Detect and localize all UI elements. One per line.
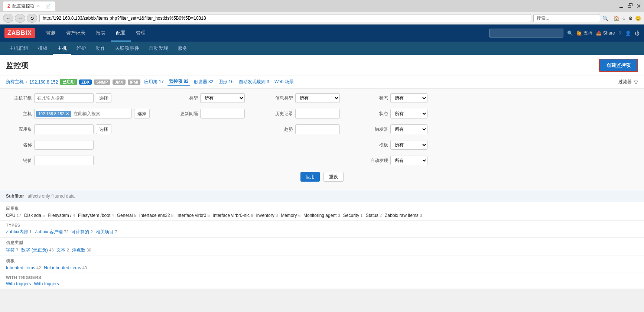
- name-input[interactable]: [34, 140, 94, 150]
- tab-items[interactable]: 监控项 82: [167, 78, 190, 86]
- history-label: 历史记录: [267, 111, 293, 117]
- host-ip-link[interactable]: 192.168.8.152: [29, 79, 58, 85]
- back-button[interactable]: ←: [3, 14, 13, 23]
- list-item[interactable]: Not inherited items 40: [44, 265, 87, 270]
- list-item[interactable]: Zabbix raw items 3: [385, 213, 422, 218]
- host-select-btn[interactable]: 选择: [134, 109, 150, 118]
- nav-item-monitor[interactable]: 监测: [41, 25, 61, 42]
- trigger-label: 触发器: [362, 126, 388, 133]
- list-item[interactable]: Interface ens32 8: [139, 213, 173, 218]
- interval-input[interactable]: [200, 109, 245, 118]
- home-icon[interactable]: 🏠: [614, 16, 619, 21]
- reload-button[interactable]: ↻: [27, 14, 37, 23]
- breadcrumb-sep1: /: [26, 79, 27, 85]
- trigger-select[interactable]: 所有: [390, 124, 427, 134]
- hostgroup-select-btn[interactable]: 选择: [96, 93, 111, 103]
- appset-select-btn[interactable]: 选择: [96, 124, 111, 134]
- subnav-template[interactable]: 模板: [33, 42, 52, 55]
- filter-row-type: 类型 所有: [172, 93, 245, 103]
- subnav-maintenance[interactable]: 维护: [72, 42, 91, 55]
- tab-graphs[interactable]: 图形 16: [217, 78, 235, 86]
- create-item-button[interactable]: 创建监控项: [599, 59, 638, 72]
- apply-button[interactable]: 应用: [300, 172, 320, 182]
- user-icon[interactable]: 👤: [625, 30, 631, 36]
- subnav-service[interactable]: 服务: [173, 42, 192, 55]
- subnav-action[interactable]: 动作: [91, 42, 110, 55]
- type-select[interactable]: 所有: [200, 93, 245, 103]
- subnav-host[interactable]: 主机: [53, 42, 71, 55]
- key-input[interactable]: [34, 156, 94, 165]
- nav-item-config[interactable]: 配置: [111, 25, 131, 42]
- list-item[interactable]: Disk sda 5: [24, 213, 45, 218]
- global-search[interactable]: [489, 29, 563, 38]
- reset-button[interactable]: 重设: [323, 172, 344, 182]
- trend-input[interactable]: [295, 124, 340, 134]
- status1-select[interactable]: 所有: [390, 93, 427, 103]
- new-tab-icon[interactable]: 📄: [45, 4, 51, 9]
- list-item[interactable]: Interface virbr0 5: [176, 213, 210, 218]
- profile-icon[interactable]: 😊: [635, 16, 641, 21]
- power-icon[interactable]: ⏻: [635, 30, 640, 36]
- list-item[interactable]: Zabbix内部 1: [6, 229, 32, 235]
- star-icon[interactable]: ☆: [622, 16, 626, 21]
- nav-item-manage[interactable]: 管理: [131, 25, 151, 42]
- list-item[interactable]: Zabbix 客户端 72: [35, 229, 68, 235]
- infotype-select[interactable]: 所有: [295, 93, 340, 103]
- nav-item-report[interactable]: 报表: [91, 25, 111, 42]
- tab-close-icon[interactable]: ✕: [37, 4, 40, 9]
- list-item[interactable]: Interface virbr0-nic 6: [213, 213, 253, 218]
- filter-row-appset: 应用集 选择: [6, 124, 150, 134]
- search-icon[interactable]: 🔍: [567, 30, 573, 36]
- address-input[interactable]: [39, 14, 531, 22]
- close-window-icon[interactable]: ✕: [636, 3, 641, 10]
- host-search-input[interactable]: [73, 110, 130, 117]
- forward-button[interactable]: →: [15, 14, 25, 23]
- list-item[interactable]: Status 2: [366, 213, 382, 218]
- list-item[interactable]: Monitoring agent 3: [303, 213, 340, 218]
- subnav-hostgroup[interactable]: 主机群组: [4, 42, 33, 55]
- list-item[interactable]: General 5: [117, 213, 136, 218]
- tab-web[interactable]: Web 场景: [273, 78, 295, 86]
- help-icon[interactable]: ?: [619, 30, 621, 36]
- list-item[interactable]: CPU 17: [6, 213, 21, 218]
- hostgroup-input[interactable]: [34, 93, 94, 103]
- list-item[interactable]: Memory 6: [281, 213, 300, 218]
- browser-tab[interactable]: Z 配置监控项 ✕ 📄: [3, 1, 55, 11]
- host-tag-remove-icon[interactable]: ✕: [66, 111, 69, 116]
- list-item[interactable]: With triggers: [34, 281, 59, 286]
- subnav-correlation[interactable]: 关联项事件: [111, 42, 144, 55]
- list-item[interactable]: 浮点数 30: [72, 247, 91, 253]
- filter-main: 主机群组 选择 主机 192.168.8.152 ✕: [6, 93, 638, 168]
- list-item[interactable]: 字符 7: [6, 247, 18, 253]
- nav-item-asset[interactable]: 资产记录: [61, 25, 91, 42]
- tab-appset[interactable]: 应用集 17: [143, 78, 165, 86]
- subnav-autodiscovery[interactable]: 自动发现: [144, 42, 173, 55]
- status2-select[interactable]: 所有: [390, 109, 427, 118]
- list-item[interactable]: 可计算的 2: [71, 229, 92, 235]
- list-item[interactable]: 文本 2: [56, 247, 69, 253]
- list-item[interactable]: 相关项目 7: [96, 229, 117, 235]
- list-item[interactable]: Inventory 3: [256, 213, 278, 218]
- list-item[interactable]: Inherited items 42: [6, 265, 41, 270]
- search-input[interactable]: [533, 14, 600, 22]
- list-item[interactable]: Filesystem /boot 4: [78, 213, 114, 218]
- appset-input[interactable]: [34, 124, 94, 134]
- name-label: 名称: [6, 142, 32, 148]
- list-item[interactable]: Filesystem / 4: [48, 213, 75, 218]
- search-icon[interactable]: 🔍: [602, 16, 608, 21]
- list-item[interactable]: With triggers: [6, 281, 31, 286]
- filter-icon[interactable]: ▽: [634, 79, 638, 85]
- tab-triggers[interactable]: 触发器 32: [192, 78, 215, 86]
- restore-icon[interactable]: 🗗: [627, 3, 633, 10]
- settings-icon[interactable]: ⚙: [628, 16, 633, 21]
- support-icon[interactable]: 🙋 支持: [577, 30, 592, 36]
- all-hosts-link[interactable]: 所有主机: [6, 79, 24, 85]
- autodiscovery-select[interactable]: 所有: [390, 156, 427, 165]
- list-item[interactable]: 数字 (无正负) 43: [21, 247, 53, 253]
- tab-discovery[interactable]: 自动发现规则 3: [237, 78, 271, 86]
- template-select[interactable]: 所有: [390, 140, 427, 150]
- history-input[interactable]: [295, 109, 340, 118]
- minimize-icon[interactable]: 🗕: [618, 3, 624, 10]
- share-icon[interactable]: 📤 Share: [596, 30, 615, 36]
- list-item[interactable]: Security 1: [343, 213, 363, 218]
